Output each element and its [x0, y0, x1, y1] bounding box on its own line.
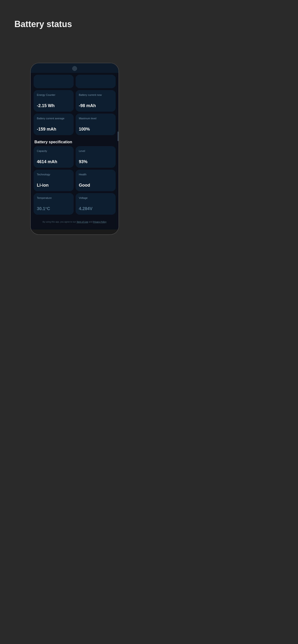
- battery-current-now-label: Battery current now: [79, 94, 112, 96]
- capacity-value: 4614 mAh: [37, 159, 70, 164]
- top-card-left: [34, 75, 74, 88]
- temperature-label: Temperature: [37, 196, 70, 199]
- maximum-level-value: 100%: [79, 127, 112, 132]
- footer-and: and: [88, 221, 93, 223]
- phone-inner: Energy Counter -2.15 Wh Battery current …: [31, 73, 118, 230]
- battery-current-avg-label: Battery current average: [37, 117, 70, 120]
- scroll-indicator: [117, 132, 118, 141]
- battery-current-now-value: -98 mAh: [79, 103, 112, 108]
- level-card: Level 93%: [76, 146, 116, 168]
- battery-current-now-card: Battery current now -98 mAh: [76, 90, 116, 112]
- health-label: Health: [79, 173, 112, 176]
- level-value: 93%: [79, 159, 112, 164]
- page-title: Battery status: [0, 0, 149, 34]
- capacity-card: Capacity 4614 mAh: [34, 146, 74, 168]
- energy-counter-card: Energy Counter -2.15 Wh: [34, 90, 74, 112]
- top-cards-row: [34, 75, 116, 88]
- top-card-right: [76, 75, 116, 88]
- energy-counter-label: Energy Counter: [37, 94, 70, 96]
- stats-grid: Energy Counter -2.15 Wh Battery current …: [34, 90, 116, 135]
- footer-prefix: By using this app, you agree to our: [43, 221, 77, 223]
- technology-value: Li-ion: [37, 183, 70, 188]
- phone-camera-icon: [72, 66, 77, 71]
- footer-text: By using this app, you agree to our Term…: [34, 216, 116, 225]
- level-label: Level: [79, 150, 112, 152]
- terms-of-use-link[interactable]: Term of Use: [77, 221, 88, 223]
- voltage-label: Voltage: [79, 196, 112, 199]
- capacity-label: Capacity: [37, 150, 70, 152]
- health-card: Health Good: [76, 170, 116, 191]
- voltage-value: 4.284V: [79, 206, 112, 211]
- energy-counter-value: -2.15 Wh: [37, 103, 70, 108]
- phone-frame: Energy Counter -2.15 Wh Battery current …: [30, 63, 119, 235]
- battery-current-avg-value: -159 mAh: [37, 127, 70, 132]
- privacy-policy-link[interactable]: Privacy Policy: [93, 221, 106, 223]
- spec-section-title: Battery specification: [34, 137, 116, 146]
- temperature-card: Temperature 30.1°C: [34, 193, 74, 215]
- temperature-value: 30.1°C: [37, 206, 70, 211]
- technology-label: Technology: [37, 173, 70, 176]
- maximum-level-label: Maximum level: [79, 117, 112, 120]
- maximum-level-card: Maximum level 100%: [76, 114, 116, 135]
- phone-top-bar: [31, 63, 118, 73]
- technology-card: Technology Li-ion: [34, 170, 74, 191]
- specs-grid: Capacity 4614 mAh Level 93% Technology L…: [34, 146, 116, 215]
- voltage-card: Voltage 4.284V: [76, 193, 116, 215]
- battery-current-avg-card: Battery current average -159 mAh: [34, 114, 74, 135]
- health-value: Good: [79, 183, 112, 188]
